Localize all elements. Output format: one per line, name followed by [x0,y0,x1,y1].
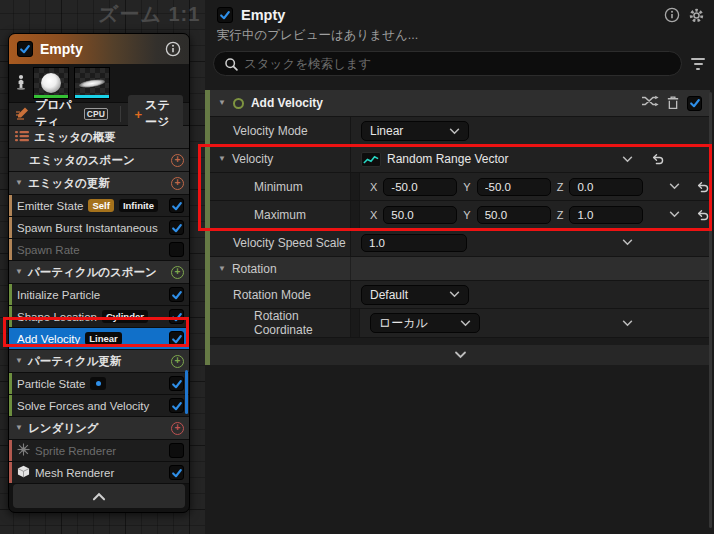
toolbar-divider [120,106,121,122]
chevron-down-icon[interactable] [669,183,680,190]
chevron-down-icon[interactable] [669,211,680,218]
section-row-rotation[interactable]: ▼ Rotation [210,257,710,281]
group-accent [9,462,12,483]
add-module-icon[interactable]: + [171,177,184,190]
indent-guide [351,309,360,337]
rotation-mode-dropdown[interactable]: Default [361,285,469,305]
emitter-toolbar: プロパティ CPU + ステージ [9,102,189,126]
collapse-emitter-button[interactable] [13,484,185,508]
property-row-rotation-coordinate: Rotation Coordinate ローカル [210,309,710,338]
axis-x-label: X [370,209,377,221]
module-row-spawn-rate[interactable]: Spawn Rate [9,239,189,261]
particle-state-dot-badge [90,377,106,390]
module-header-add-velocity[interactable]: ▼ Add Velocity [210,90,710,117]
stack-row-rendering[interactable]: ▼ レンダリング + [9,417,189,440]
stack-row-emitter-update[interactable]: ▼ エミッタの更新 + [9,172,189,195]
info-icon[interactable] [165,41,181,57]
emitter-scrollbar[interactable] [185,370,188,414]
emitter-enabled-checkbox[interactable] [17,41,33,57]
add-module-icon[interactable]: + [171,422,184,435]
module-checkbox[interactable] [169,376,184,391]
add-module-icon[interactable]: + [171,154,184,167]
stack-row-particle-update[interactable]: ▼ パーティクル更新 + [9,350,189,373]
collapse-triangle-icon[interactable]: ▼ [218,265,226,273]
axis-z-label: Z [557,209,564,221]
stack-scrollbar[interactable] [709,92,712,528]
module-checkbox[interactable] [169,443,184,458]
stack-row-emitter-spawn[interactable]: エミッタのスポーン + [9,149,189,172]
module-row-solve-forces[interactable]: Solve Forces and Velocity [9,395,189,417]
indent-guide [351,173,360,200]
add-module-icon[interactable]: + [171,266,184,279]
collapse-triangle-icon[interactable]: ▼ [15,424,23,432]
stack-row-emitter-summary[interactable]: エミッタの概要 [9,126,189,149]
module-checkbox[interactable] [169,309,184,324]
disc-preview [79,78,106,89]
reset-icon[interactable] [651,152,665,166]
selection-panel: Empty 実行中のプレビューはありません... ▼ Add Velocity [205,0,714,534]
module-row-shape-location[interactable]: Shape Location Cylinder [9,306,189,328]
minimum-y-input[interactable] [477,178,551,196]
gear-icon[interactable] [688,7,704,23]
shuffle-icon[interactable] [641,95,659,111]
sprite-burst-icon [17,443,30,459]
collapse-triangle-icon[interactable]: ▼ [218,155,226,163]
minimum-z-input[interactable] [569,178,643,196]
selection-title: Empty [241,7,656,23]
maximum-x-input[interactable] [383,206,457,224]
minimum-x-input[interactable] [383,178,457,196]
add-module-icon[interactable]: + [171,355,184,368]
random-range-chart-icon [361,152,381,167]
trash-icon[interactable] [666,95,680,111]
emitter-header[interactable]: Empty [9,34,189,64]
group-accent [9,195,12,216]
collapse-triangle-icon[interactable]: ▼ [218,99,226,107]
reset-icon[interactable] [696,208,710,222]
infinite-badge: Infinite [119,199,158,212]
module-row-mesh-renderer[interactable]: Mesh Renderer [9,462,189,484]
property-label: Rotation Coordinate [210,309,351,337]
filter-icon[interactable] [690,58,706,70]
module-checkbox[interactable] [169,242,184,257]
maximum-y-input[interactable] [477,206,551,224]
module-checkbox[interactable] [169,220,184,235]
collapse-triangle-icon[interactable]: ▼ [15,268,23,276]
module-checkbox[interactable] [169,398,184,413]
emitter-enabled-checkbox[interactable] [217,7,233,23]
chevron-down-icon[interactable] [622,320,633,327]
reset-icon[interactable] [696,180,710,194]
velocity-speed-scale-input[interactable] [361,234,467,252]
module-ring-icon [233,98,244,109]
stack-row-particle-spawn[interactable]: ▼ パーティクルのスポーン + [9,261,189,284]
module-checkbox[interactable] [169,465,184,480]
module-row-initialize-particle[interactable]: Initialize Particle [9,284,189,306]
module-row-emitter-state[interactable]: Emitter State Self Infinite [9,195,189,217]
module-checkbox[interactable] [169,287,184,302]
emitter-title: Empty [40,41,158,57]
module-checkbox[interactable] [169,198,184,213]
module-row-spawn-burst[interactable]: Spawn Burst Instantaneous [9,217,189,239]
velocity-mode-dropdown[interactable]: Linear [361,121,469,141]
chevron-down-icon[interactable] [622,156,633,163]
module-enabled-checkbox[interactable] [687,96,702,111]
info-icon[interactable] [664,7,680,23]
rotation-coordinate-dropdown[interactable]: ローカル [370,313,480,333]
module-checkbox[interactable] [169,331,184,346]
property-row-velocity: ▼ Velocity Random Range Vector [210,146,710,173]
graph-zoom-label: ズーム 1:1 [98,1,200,28]
sprite-renderer-thumbnail[interactable] [33,67,69,99]
module-row-particle-state[interactable]: Particle State [9,373,189,395]
module-row-add-velocity[interactable]: Add Velocity Linear [9,328,189,350]
expand-advanced-button[interactable] [210,345,710,365]
selection-header: Empty [205,0,714,25]
search-field[interactable] [213,51,682,76]
velocity-value-type: Random Range Vector [387,152,508,166]
mesh-renderer-thumbnail[interactable] [74,67,110,99]
module-row-sprite-renderer[interactable]: Sprite Renderer [9,440,189,462]
chevron-down-icon[interactable] [622,239,633,246]
search-icon [224,57,238,71]
collapse-triangle-icon[interactable]: ▼ [15,179,23,187]
collapse-triangle-icon[interactable]: ▼ [15,357,23,365]
maximum-z-input[interactable] [569,206,643,224]
search-input[interactable] [244,57,671,71]
